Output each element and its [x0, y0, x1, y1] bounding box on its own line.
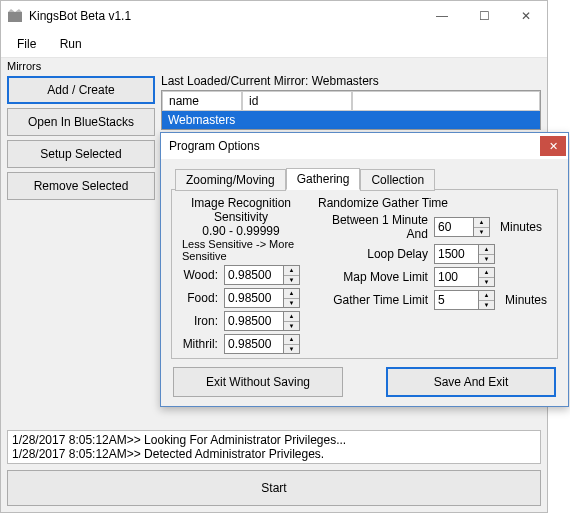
tab-gathering[interactable]: Gathering — [286, 168, 361, 190]
rand-header: Randomize Gather Time — [318, 196, 547, 210]
sensitivity-group: Image Recognition Sensitivity 0.90 - 0.9… — [182, 196, 300, 352]
dialog-title: Program Options — [169, 139, 540, 153]
col-id[interactable]: id — [242, 91, 352, 111]
menu-file[interactable]: File — [7, 34, 46, 54]
log-line: 1/28/2017 8:05:12AM>> Detected Administr… — [12, 447, 536, 461]
cell-name: Webmasters — [162, 111, 242, 129]
mithril-stepper[interactable]: ▲▼ — [284, 334, 300, 354]
map-stepper[interactable]: ▲▼ — [479, 267, 495, 287]
window-title: KingsBot Beta v1.1 — [29, 9, 421, 23]
food-label: Food: — [187, 291, 218, 305]
between-label: Between 1 Minute And — [318, 213, 428, 241]
wood-stepper[interactable]: ▲▼ — [284, 265, 300, 285]
iron-stepper[interactable]: ▲▼ — [284, 311, 300, 331]
log-panel: 1/28/2017 8:05:12AM>> Looking For Admini… — [7, 430, 541, 464]
col-spacer — [352, 91, 540, 111]
loop-label: Loop Delay — [318, 247, 428, 261]
randomize-group: Randomize Gather Time Between 1 Minute A… — [318, 196, 547, 352]
sens-legend: Less Sensitive -> More Sensitive — [182, 238, 300, 262]
tab-collection[interactable]: Collection — [360, 169, 435, 191]
close-icon[interactable]: ✕ — [540, 136, 566, 156]
open-bluestacks-button[interactable]: Open In BlueStacks — [7, 108, 155, 136]
add-create-button[interactable]: Add / Create — [7, 76, 155, 104]
window-close-button[interactable]: ✕ — [505, 2, 547, 30]
save-and-exit-button[interactable]: Save And Exit — [386, 367, 556, 397]
svg-rect-0 — [8, 12, 22, 22]
mithril-label: Mithril: — [183, 337, 218, 351]
food-input[interactable] — [224, 288, 284, 308]
current-mirror-label: Last Loaded/Current Mirror: Webmasters — [161, 74, 541, 90]
table-row[interactable]: Webmasters — [162, 111, 540, 129]
gtl-input[interactable] — [434, 290, 479, 310]
tab-panel: Image Recognition Sensitivity 0.90 - 0.9… — [171, 189, 558, 359]
gtl-label: Gather Time Limit — [318, 293, 428, 307]
titlebar: KingsBot Beta v1.1 — ☐ ✕ — [1, 1, 547, 31]
iron-label: Iron: — [194, 314, 218, 328]
cell-id — [242, 111, 352, 129]
menubar: File Run — [1, 31, 547, 58]
remove-selected-button[interactable]: Remove Selected — [7, 172, 155, 200]
app-icon — [7, 8, 23, 24]
map-label: Map Move Limit — [318, 270, 428, 284]
exit-without-saving-button[interactable]: Exit Without Saving — [173, 367, 343, 397]
log-line: 1/28/2017 8:05:12AM>> Looking For Admini… — [12, 433, 536, 447]
mirrors-grid[interactable]: name id Webmasters — [161, 90, 541, 130]
map-input[interactable] — [434, 267, 479, 287]
sens-header2: 0.90 - 0.99999 — [182, 224, 300, 238]
minimize-button[interactable]: — — [421, 2, 463, 30]
setup-selected-button[interactable]: Setup Selected — [7, 140, 155, 168]
between-input[interactable] — [434, 217, 474, 237]
between-stepper[interactable]: ▲▼ — [474, 217, 490, 237]
sidebar: Add / Create Open In BlueStacks Setup Se… — [7, 74, 155, 200]
wood-label: Wood: — [184, 268, 218, 282]
mirrors-label: Mirrors — [1, 58, 547, 74]
dialog-titlebar: Program Options ✕ — [161, 133, 568, 159]
mithril-input[interactable] — [224, 334, 284, 354]
loop-input[interactable] — [434, 244, 479, 264]
options-dialog: Program Options ✕ Zooming/Moving Gatheri… — [160, 132, 569, 407]
gtl-suffix: Minutes — [505, 293, 547, 307]
col-name[interactable]: name — [162, 91, 242, 111]
menu-run[interactable]: Run — [50, 34, 92, 54]
gtl-stepper[interactable]: ▲▼ — [479, 290, 495, 310]
food-stepper[interactable]: ▲▼ — [284, 288, 300, 308]
tab-zooming[interactable]: Zooming/Moving — [175, 169, 286, 191]
tabs: Zooming/Moving Gathering Collection — [175, 167, 558, 189]
maximize-button[interactable]: ☐ — [463, 2, 505, 30]
wood-input[interactable] — [224, 265, 284, 285]
sens-header1: Image Recognition Sensitivity — [182, 196, 300, 224]
start-button[interactable]: Start — [7, 470, 541, 506]
between-suffix: Minutes — [500, 220, 542, 234]
iron-input[interactable] — [224, 311, 284, 331]
loop-stepper[interactable]: ▲▼ — [479, 244, 495, 264]
